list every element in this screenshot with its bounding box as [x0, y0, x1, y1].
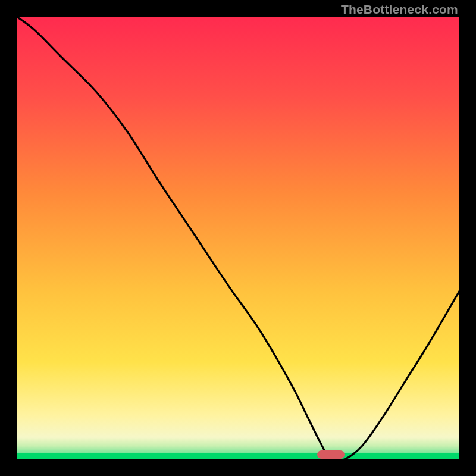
plot-area	[17, 17, 459, 459]
optimal-marker	[317, 450, 345, 459]
bottleneck-curve	[17, 17, 459, 459]
outer-frame: TheBottleneck.com	[0, 0, 476, 476]
watermark-text: TheBottleneck.com	[341, 2, 458, 17]
